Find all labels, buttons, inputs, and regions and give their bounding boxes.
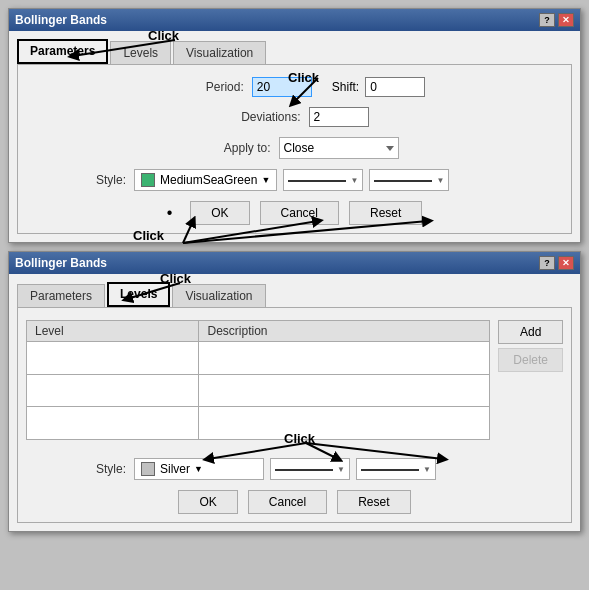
chevron-down-icon-1: ▼ — [350, 176, 358, 185]
color-dropdown-arrow-2: ▼ — [194, 464, 203, 474]
color-button-2[interactable]: Silver ▼ — [134, 458, 264, 480]
color-button-1[interactable]: MediumSeaGreen ▼ — [134, 169, 277, 191]
btn-row-1: • OK Cancel Reset — [26, 201, 563, 225]
table-row — [27, 342, 490, 375]
dialog-bollinger-bands-1: Bollinger Bands ? ✕ Parameters Levels Vi… — [8, 8, 581, 243]
style-label-2: Style: — [46, 462, 126, 476]
apply-label: Apply to: — [191, 141, 271, 155]
apply-dropdown[interactable]: Close Open High Low — [279, 137, 399, 159]
shift-group: Shift: — [332, 77, 425, 97]
cancel-button-1[interactable]: Cancel — [260, 201, 339, 225]
color-dropdown-arrow-1: ▼ — [261, 175, 270, 185]
period-label: Period: — [164, 80, 244, 94]
click-annotation-tab: Click — [148, 28, 179, 43]
line-style-dropdown-2[interactable]: ▼ — [270, 458, 350, 480]
tab-levels-1[interactable]: Levels — [110, 41, 171, 64]
line-width-dropdown-2[interactable]: ▼ — [356, 458, 436, 480]
form-area-2: Level Description Add — [17, 308, 572, 523]
color-name-1: MediumSeaGreen — [160, 173, 257, 187]
levels-buttons: Add Delete — [498, 320, 563, 450]
levels-table: Level Description — [26, 320, 490, 440]
style-row-2: Style: Silver ▼ ▼ ▼ — [46, 458, 563, 480]
color-swatch-1 — [141, 173, 155, 187]
levels-table-container: Level Description — [26, 320, 490, 450]
deviations-row: Deviations: — [26, 107, 563, 127]
title-controls-2: ? ✕ — [539, 256, 574, 270]
style-label-1: Style: — [46, 173, 126, 187]
click-annotation-levels-style: Click — [284, 431, 315, 446]
line-style-dropdown-1[interactable]: ▼ — [283, 169, 363, 191]
dialog-content-2: Parameters Levels Visualization Level De… — [9, 274, 580, 531]
click-annotation-levels-tab: Click — [160, 271, 191, 286]
tab-visualization-2[interactable]: Visualization — [172, 284, 265, 307]
click-annotation-style: Click — [133, 228, 164, 243]
shift-label: Shift: — [332, 80, 359, 94]
tab-visualization-1[interactable]: Visualization — [173, 41, 266, 64]
color-name-2: Silver — [160, 462, 190, 476]
tabs-1: Parameters Levels Visualization — [17, 39, 572, 65]
help-button-1[interactable]: ? — [539, 13, 555, 27]
deviations-input[interactable] — [309, 107, 369, 127]
tabs-2: Parameters Levels Visualization — [17, 282, 572, 308]
btn-row-2: OK Cancel Reset — [26, 490, 563, 514]
help-button-2[interactable]: ? — [539, 256, 555, 270]
deviations-label: Deviations: — [221, 110, 301, 124]
reset-button-1[interactable]: Reset — [349, 201, 422, 225]
table-row — [27, 374, 490, 407]
dialog-content-1: Parameters Levels Visualization Period: … — [9, 31, 580, 242]
close-button-1[interactable]: ✕ — [558, 13, 574, 27]
delete-button: Delete — [498, 348, 563, 372]
tab-parameters-1[interactable]: Parameters — [17, 39, 108, 64]
title-controls-1: ? ✕ — [539, 13, 574, 27]
color-swatch-2 — [141, 462, 155, 476]
click-annotation-period: Click — [288, 70, 319, 85]
shift-input[interactable] — [365, 77, 425, 97]
add-button[interactable]: Add — [498, 320, 563, 344]
chevron-down-icon-2: ▼ — [436, 176, 444, 185]
table-row — [27, 407, 490, 440]
ok-button-1[interactable]: OK — [190, 201, 249, 225]
reset-button-2[interactable]: Reset — [337, 490, 410, 514]
form-area-1: Period: Shift: Deviations: Apply to: Clo… — [17, 65, 572, 234]
col-description: Description — [199, 321, 490, 342]
chevron-down-icon-3: ▼ — [337, 465, 345, 474]
apply-row: Apply to: Close Open High Low — [26, 137, 563, 159]
chevron-down-icon-4: ▼ — [423, 465, 431, 474]
ok-button-2[interactable]: OK — [178, 490, 237, 514]
dialog-title-1: Bollinger Bands — [15, 13, 107, 27]
dialog-title-2: Bollinger Bands — [15, 256, 107, 270]
bullet-point: • — [167, 204, 173, 222]
close-button-2[interactable]: ✕ — [558, 256, 574, 270]
style-row-1: Style: MediumSeaGreen ▼ ▼ ▼ — [46, 169, 563, 191]
col-level: Level — [27, 321, 199, 342]
title-bar-1: Bollinger Bands ? ✕ — [9, 9, 580, 31]
cancel-button-2[interactable]: Cancel — [248, 490, 327, 514]
line-width-dropdown-1[interactable]: ▼ — [369, 169, 449, 191]
dialog-bollinger-bands-2: Bollinger Bands ? ✕ Parameters Levels Vi… — [8, 251, 581, 532]
title-bar-2: Bollinger Bands ? ✕ — [9, 252, 580, 274]
tab-parameters-2[interactable]: Parameters — [17, 284, 105, 307]
